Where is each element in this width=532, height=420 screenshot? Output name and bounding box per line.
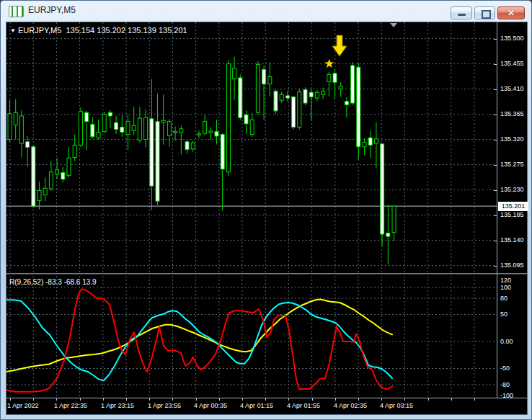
time-axis-label: 4 Apr 01:55 bbox=[287, 402, 320, 409]
time-axis-tick bbox=[451, 398, 452, 401]
chevron-down-icon[interactable]: ▼ bbox=[10, 27, 16, 34]
pane-divider[interactable] bbox=[6, 273, 527, 274]
candle bbox=[339, 82, 342, 97]
close-button[interactable]: ✕ bbox=[497, 6, 525, 19]
indicator-axis-label: -50 bbox=[500, 365, 510, 372]
price-axis-label: 135.140 bbox=[500, 236, 524, 243]
time-axis-tick bbox=[428, 398, 429, 401]
candle bbox=[56, 158, 59, 179]
time-axis-tick bbox=[56, 398, 57, 401]
candle bbox=[368, 130, 372, 158]
indicator-axis-label: 80 bbox=[500, 295, 507, 302]
header-open: 135.154 bbox=[66, 26, 94, 35]
chart-ohlc-header[interactable]: ▼ EURJPY,M5 135.154 135.202 135.139 135.… bbox=[10, 26, 187, 35]
candle bbox=[67, 147, 71, 178]
candle bbox=[14, 99, 17, 140]
minimize-icon bbox=[458, 14, 466, 16]
candle bbox=[315, 90, 319, 102]
time-axis-tick bbox=[33, 398, 34, 401]
price-axis-tick bbox=[494, 115, 497, 115]
candle bbox=[256, 61, 260, 115]
candle bbox=[244, 110, 248, 134]
candle bbox=[132, 107, 136, 135]
candle bbox=[221, 133, 224, 210]
time-axis-tick bbox=[10, 398, 11, 401]
candle bbox=[250, 112, 254, 136]
time-axis-label: 4 Apr 00:35 bbox=[194, 402, 227, 409]
candle bbox=[91, 117, 94, 138]
price-axis-tick bbox=[494, 215, 497, 216]
window-title: EURJPY,M5 bbox=[28, 5, 76, 15]
time-axis-tick bbox=[242, 398, 243, 401]
indicator-line-red bbox=[6, 289, 392, 392]
time-axis-label: 1 Apr 2022 bbox=[7, 402, 39, 409]
candle bbox=[161, 94, 165, 144]
scrollbar-position-icon[interactable] bbox=[390, 23, 397, 27]
candle bbox=[37, 182, 41, 210]
indicator-axis-label: 100 bbox=[500, 284, 511, 291]
candle bbox=[174, 127, 177, 141]
time-axis-tick bbox=[358, 398, 359, 401]
candle bbox=[19, 110, 23, 157]
candle bbox=[73, 135, 76, 161]
candle bbox=[150, 79, 154, 210]
price-axis-label: 135.230 bbox=[500, 186, 524, 193]
candle bbox=[167, 120, 171, 147]
candle bbox=[49, 161, 53, 190]
candle bbox=[327, 71, 331, 96]
terminal-window: EURJPY,M5 ✕ ★ ▼ EURJPY,M5 135.154 135.20… bbox=[0, 0, 532, 420]
candle bbox=[292, 96, 296, 130]
candle bbox=[285, 91, 289, 102]
candle bbox=[262, 66, 266, 120]
candle bbox=[79, 107, 82, 146]
time-axis-tick bbox=[219, 398, 220, 401]
candle bbox=[26, 136, 30, 167]
candle bbox=[274, 89, 278, 114]
header-high: 135.202 bbox=[97, 26, 125, 35]
price-pane[interactable]: ★ bbox=[6, 22, 497, 274]
candle bbox=[32, 146, 35, 207]
candle bbox=[203, 115, 207, 135]
time-axis-tick bbox=[172, 398, 173, 401]
price-axis-label: 135.500 bbox=[500, 35, 524, 42]
time-axis-label: 1 Apr 23:15 bbox=[101, 402, 134, 409]
candle bbox=[179, 125, 183, 154]
indicator-pane[interactable] bbox=[6, 276, 497, 398]
title-bar[interactable]: EURJPY,M5 ✕ bbox=[1, 1, 531, 22]
header-close: 135.201 bbox=[159, 26, 187, 35]
indicator-axis-label: 0.00 bbox=[500, 338, 513, 345]
indicator-grid bbox=[6, 276, 497, 398]
time-axis-tick bbox=[335, 398, 336, 401]
candle bbox=[386, 205, 390, 264]
candle bbox=[138, 107, 141, 143]
price-axis-label: 135.095 bbox=[500, 262, 524, 269]
time-axis-tick bbox=[149, 398, 150, 401]
header-symbol: EURJPY,M5 bbox=[18, 26, 61, 35]
time-axis-tick bbox=[404, 398, 405, 401]
price-axis-label: 135.275 bbox=[500, 161, 524, 168]
candle bbox=[392, 205, 396, 241]
minimize-button[interactable] bbox=[451, 6, 472, 19]
time-axis-tick bbox=[196, 398, 197, 401]
restore-button[interactable] bbox=[474, 6, 495, 19]
close-icon: ✕ bbox=[498, 8, 524, 18]
candle bbox=[156, 94, 159, 205]
time-axis-label: 4 Apr 01:15 bbox=[240, 402, 273, 409]
candle bbox=[215, 120, 218, 144]
price-axis-tick bbox=[494, 64, 497, 65]
indicator-label: R(9,26,52) -83.3 -68.6 13.9 bbox=[9, 278, 97, 286]
price-axis-tick bbox=[494, 165, 497, 166]
candle bbox=[357, 63, 360, 160]
price-axis-label: 135.320 bbox=[500, 135, 524, 143]
time-axis-label: 4 Apr 03:15 bbox=[380, 402, 413, 409]
candle bbox=[233, 56, 236, 99]
candle bbox=[191, 140, 195, 152]
candle bbox=[226, 60, 230, 176]
candle bbox=[8, 100, 12, 142]
candle bbox=[115, 116, 118, 134]
candle bbox=[333, 69, 337, 98]
candle bbox=[209, 127, 213, 139]
candle bbox=[61, 167, 65, 183]
candle bbox=[363, 138, 366, 155]
time-axis-label: 1 Apr 23:55 bbox=[148, 402, 181, 409]
